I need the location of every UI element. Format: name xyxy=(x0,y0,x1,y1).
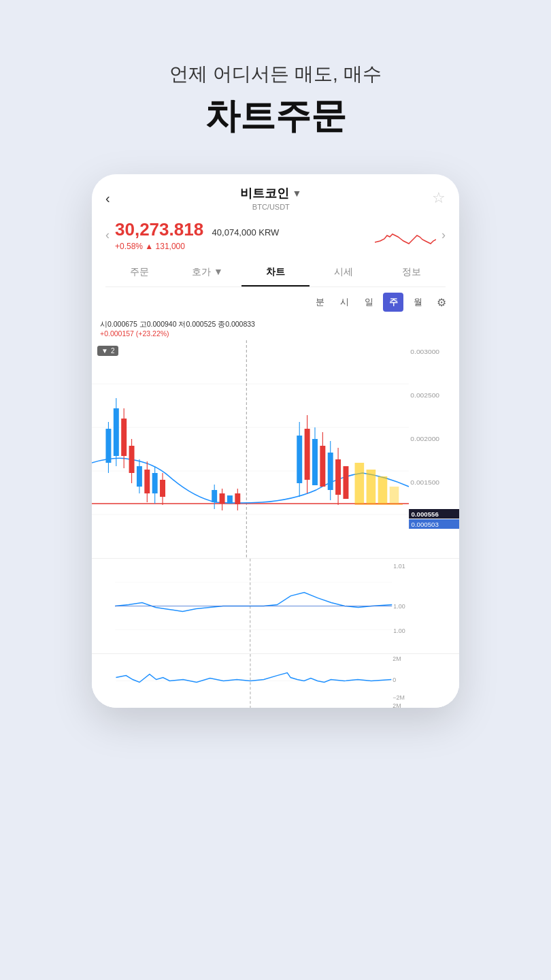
svg-rect-59 xyxy=(378,476,388,504)
svg-text:0: 0 xyxy=(393,676,396,683)
interval-bar: 분 시 일 주 월 ⚙ xyxy=(92,287,459,317)
tab-orderbook[interactable]: 호가 ▼ xyxy=(173,259,241,287)
svg-rect-57 xyxy=(355,463,365,504)
volume-panel: 2M 0 −2M 2M xyxy=(92,653,459,708)
coin-name: 비트코인 xyxy=(240,185,289,201)
svg-text:0.003000: 0.003000 xyxy=(410,348,439,355)
svg-rect-60 xyxy=(390,487,399,504)
svg-rect-21 xyxy=(144,470,150,493)
price-info: 30,273.818 40,074,000 KRW +0.58% ▲ 131,0… xyxy=(115,219,375,251)
svg-text:0.001500: 0.001500 xyxy=(410,479,439,486)
svg-rect-48 xyxy=(320,446,325,487)
svg-rect-30 xyxy=(212,490,217,502)
svg-text:0.002000: 0.002000 xyxy=(410,436,439,442)
svg-text:0.000556: 0.000556 xyxy=(412,512,439,518)
price-change: +0.58% ▲ 131,000 xyxy=(115,242,375,251)
favorite-button[interactable]: ☆ xyxy=(432,189,446,207)
chart-stats-ohlc: 시0.000675 고0.000940 저0.000525 종0.000833 xyxy=(100,320,451,329)
candlestick-chart[interactable]: 0.003000 0.002500 0.002000 0.001500 0.00… xyxy=(92,340,459,558)
back-button[interactable]: ‹ xyxy=(105,191,110,206)
svg-text:1.00: 1.00 xyxy=(393,603,405,610)
tab-market[interactable]: 시세 xyxy=(310,259,378,287)
svg-rect-33 xyxy=(220,493,225,504)
phone-mockup: ‹ 비트코인 ▼ BTC/USDT ☆ ‹ 30,273.818 40,074,… xyxy=(92,174,459,708)
svg-rect-15 xyxy=(129,446,135,473)
price-main: 30,273.818 xyxy=(115,219,203,240)
svg-rect-36 xyxy=(227,495,233,504)
tab-info[interactable]: 정보 xyxy=(378,259,446,287)
mini-sparkline xyxy=(375,222,436,249)
interval-week[interactable]: 주 xyxy=(383,293,403,312)
svg-text:1.00: 1.00 xyxy=(393,627,405,634)
price-row: ‹ 30,273.818 40,074,000 KRW +0.58% ▲ 131… xyxy=(105,219,446,251)
title: 차트주문 xyxy=(0,93,551,140)
indicator-panel: 1.01 1.00 1.00 xyxy=(92,558,459,653)
tab-bar: 주문 호가 ▼ 차트 시세 정보 xyxy=(105,259,446,287)
chart-area: 분 시 일 주 월 ⚙ 시0.000675 고0.000940 저0.00052… xyxy=(92,287,459,708)
price-krw: 40,074,000 KRW xyxy=(212,227,280,238)
svg-rect-37 xyxy=(235,493,240,504)
svg-text:0.002500: 0.002500 xyxy=(410,392,439,399)
header-section: 언제 어디서든 매도, 매수 차트주문 xyxy=(0,0,551,174)
interval-month[interactable]: 월 xyxy=(407,293,428,312)
svg-rect-43 xyxy=(305,429,310,480)
svg-rect-61 xyxy=(355,504,403,505)
svg-rect-24 xyxy=(152,473,158,493)
coin-title: 비트코인 ▼ xyxy=(240,185,301,201)
price-nav-left[interactable]: ‹ xyxy=(105,228,115,242)
app-header: ‹ 비트코인 ▼ BTC/USDT ☆ ‹ 30,273.818 40,074,… xyxy=(92,174,459,287)
svg-rect-46 xyxy=(312,439,318,485)
price-nav-right[interactable]: › xyxy=(436,228,446,242)
interval-day[interactable]: 일 xyxy=(358,293,379,312)
svg-rect-6 xyxy=(105,429,111,463)
svg-text:0.000503: 0.000503 xyxy=(412,522,439,528)
svg-rect-58 xyxy=(367,470,376,504)
coin-pair: BTC/USDT xyxy=(240,203,301,211)
svg-rect-40 xyxy=(297,436,302,483)
chart-stats: 시0.000675 고0.000940 저0.000525 종0.000833 … xyxy=(92,317,459,340)
subtitle: 언제 어디서든 매도, 매수 xyxy=(0,61,551,87)
svg-text:1.01: 1.01 xyxy=(393,563,405,570)
svg-text:2M: 2M xyxy=(393,702,401,708)
svg-rect-53 xyxy=(335,459,341,495)
app-nav-top: ‹ 비트코인 ▼ BTC/USDT ☆ xyxy=(105,185,446,211)
coin-dropdown-icon[interactable]: ▼ xyxy=(292,188,301,199)
chart-stats-change: +0.000157 (+23.22%) xyxy=(100,329,451,338)
interval-min[interactable]: 분 xyxy=(310,293,330,312)
interval-hour[interactable]: 시 xyxy=(334,293,354,312)
tab-order[interactable]: 주문 xyxy=(105,259,173,287)
svg-rect-27 xyxy=(160,480,165,497)
svg-rect-56 xyxy=(343,466,348,499)
svg-rect-12 xyxy=(121,419,127,456)
svg-rect-9 xyxy=(114,408,119,456)
svg-rect-18 xyxy=(137,466,142,487)
indicator-label[interactable]: ▼▼ 22 xyxy=(97,346,118,356)
svg-text:2M: 2M xyxy=(393,655,401,662)
svg-rect-50 xyxy=(328,453,333,490)
tab-chart[interactable]: 차트 xyxy=(241,259,310,287)
svg-text:−2M: −2M xyxy=(393,694,405,701)
chart-settings-button[interactable]: ⚙ xyxy=(432,293,451,312)
